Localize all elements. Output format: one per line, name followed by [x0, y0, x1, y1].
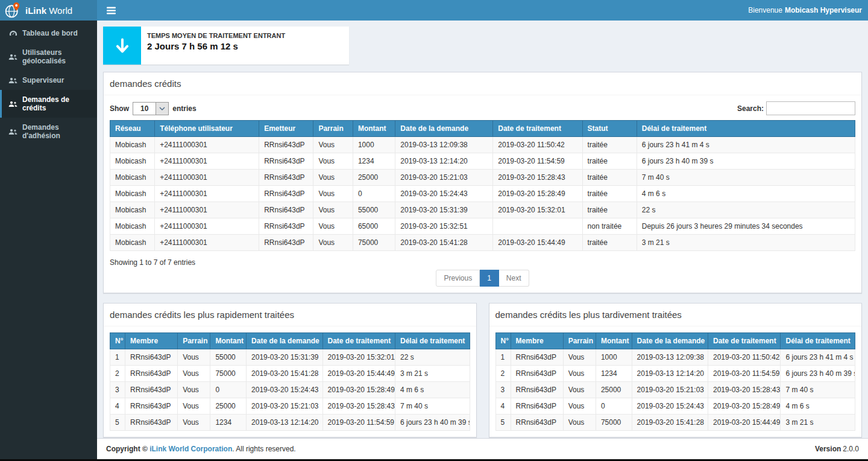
footer-company-link[interactable]: iLink World Corporation — [149, 445, 232, 453]
table-cell: Vous — [178, 415, 210, 431]
users-icon — [8, 77, 17, 84]
stat-box-temps-moyen: TEMPS MOYEN DE TRAITEMENT ENTRANT 2 Jour… — [103, 27, 349, 65]
column-header[interactable]: Délai de traitement — [395, 333, 470, 349]
table-cell: 2019-03-20 15:44:49 — [493, 235, 582, 251]
table-cell: 6 jours 23 h 40 m 39 s — [637, 153, 855, 170]
table-cell: Vous — [178, 349, 210, 366]
search-input[interactable] — [766, 101, 855, 115]
table-cell: 2019-03-20 15:32:51 — [395, 218, 493, 235]
stat-value: 2 Jours 7 h 56 m 12 s — [147, 41, 285, 51]
table-cell: Vous — [313, 202, 353, 218]
table-cell: 2019-03-20 15:28:43 — [708, 382, 781, 398]
column-header[interactable]: Membre — [125, 333, 178, 349]
table-cell: Vous — [313, 218, 353, 235]
table-cell: 1000 — [596, 349, 632, 366]
sidebar-item-demandes-d-adhesion[interactable]: Demandes d'adhésion — [0, 118, 97, 145]
sidebar-item-label: Utilisateurs géolocalisés — [22, 48, 94, 65]
table-cell: +24111000301 — [155, 202, 259, 218]
pagination-previous-button[interactable]: Previous — [436, 270, 480, 287]
table-cell: 1000 — [353, 137, 395, 153]
table-cell: Vous — [563, 415, 596, 431]
column-header[interactable]: Statut — [582, 121, 637, 137]
column-header[interactable]: N° — [110, 333, 125, 349]
table-cell: +24111000301 — [155, 186, 259, 202]
column-header[interactable]: Montant — [353, 121, 395, 137]
column-header[interactable]: Date de traitement — [322, 333, 395, 349]
column-header[interactable]: Membre — [511, 333, 563, 349]
table-cell: 22 s — [637, 202, 855, 218]
table-cell: Mobicash — [110, 153, 155, 170]
table-cell: traitée — [582, 186, 637, 202]
sidebar-toggle-button[interactable] — [103, 4, 119, 17]
table-cell: Vous — [563, 366, 596, 382]
column-header[interactable]: Montant — [596, 333, 632, 349]
page-length-control: Show 10 entries — [110, 102, 197, 115]
table-cell: RRnsi643dP — [125, 366, 178, 382]
table-row: 4RRnsi643dPVous02019-03-20 15:24:432019-… — [495, 398, 855, 415]
table-cell: Vous — [313, 137, 353, 153]
column-header[interactable]: Date de traitement — [708, 333, 781, 349]
arrow-down-icon — [103, 27, 141, 65]
column-header[interactable]: Parrain — [313, 121, 353, 137]
table-row: 5RRnsi643dPVous750002019-03-20 15:41:282… — [495, 415, 855, 431]
table-row: 3RRnsi643dPVous02019-03-20 15:24:432019-… — [110, 382, 470, 398]
sidebar-item-demandes-de-credits[interactable]: Demandes de crédits — [0, 90, 97, 118]
column-header[interactable]: Date de la demande — [395, 121, 493, 137]
top-bar: iLink World BienvenueMobicash Hyperviseu… — [0, 0, 868, 21]
column-header[interactable]: Date de traitement — [493, 121, 582, 137]
sidebar-item-superviseur[interactable]: Superviseur — [0, 71, 97, 90]
column-header[interactable]: Téléphone utilisateur — [155, 121, 259, 137]
table-cell: RRnsi643dP — [259, 153, 313, 170]
column-header[interactable]: Date de la demande — [247, 333, 322, 349]
table-cell: 5 — [110, 415, 125, 431]
table-cell: 2019-03-20 15:28:49 — [493, 186, 582, 202]
sidebar-item-tableau-de-bord[interactable]: Tableau de bord — [0, 24, 97, 43]
table-cell: 2019-03-20 11:54:59 — [708, 366, 781, 382]
tardivement-traitees-table: N°MembreParrainMontantDate de la demande… — [495, 332, 856, 431]
table-cell: RRnsi643dP — [511, 349, 563, 366]
table-cell: RRnsi643dP — [259, 235, 313, 251]
table-cell: 1234 — [353, 153, 395, 170]
column-header[interactable]: Réseau — [110, 121, 155, 137]
welcome-message[interactable]: BienvenueMobicash Hyperviseur — [748, 6, 862, 14]
table-cell: RRnsi643dP — [125, 415, 178, 431]
table-cell: 2019-03-13 12:09:38 — [395, 137, 493, 153]
table-cell: 2019-03-20 15:28:49 — [708, 398, 781, 415]
copyright: Copyright © iLink World Corporation. All… — [106, 445, 296, 453]
pagination-next-button[interactable]: Next — [499, 270, 529, 287]
table-cell: 0 — [210, 382, 247, 398]
column-header[interactable]: Date de la demande — [632, 333, 708, 349]
column-header[interactable]: Emetteur — [259, 121, 313, 137]
table-cell: 1 — [110, 349, 125, 366]
table-cell: 6 jours 23 h 40 m 39 s — [395, 415, 470, 431]
table-cell: non traitée — [582, 218, 637, 235]
column-header[interactable]: N° — [495, 333, 511, 349]
sidebar-item-utilisateurs-geolocalises[interactable]: Utilisateurs géolocalisés — [0, 43, 97, 71]
table-cell: 2019-03-20 15:28:49 — [322, 382, 395, 398]
table-cell: 2019-03-13 12:09:38 — [632, 349, 708, 366]
chevron-down-icon — [156, 103, 168, 115]
pagination-page-1-button[interactable]: 1 — [480, 270, 499, 287]
page-length-select[interactable]: 10 — [133, 102, 169, 115]
table-row: 4RRnsi643dPVous250002019-03-20 15:21:032… — [110, 398, 470, 415]
table-cell: 3 — [495, 382, 511, 398]
table-cell: 2 — [110, 366, 125, 382]
table-cell: 4 — [495, 398, 511, 415]
column-header[interactable]: Délai de traitement — [637, 121, 855, 137]
table-cell: 2019-03-20 15:28:43 — [322, 398, 395, 415]
table-cell: 2019-03-20 15:21:03 — [632, 382, 708, 398]
table-cell: 25000 — [210, 398, 247, 415]
column-header[interactable]: Parrain — [563, 333, 596, 349]
search-label: Search: — [737, 104, 764, 113]
table-row: 5RRnsi643dPVous12342019-03-13 12:14:2020… — [110, 415, 470, 431]
panel-title: demandes crédits — [104, 72, 861, 95]
app-logo[interactable]: iLink World — [0, 0, 97, 21]
column-header[interactable]: Parrain — [178, 333, 210, 349]
column-header[interactable]: Délai de traitement — [781, 333, 855, 349]
search-control: Search: — [737, 101, 855, 115]
table-cell: 7 m 40 s — [395, 398, 470, 415]
table-cell: 6 jours 23 h 41 m 4 s — [781, 349, 855, 366]
table-cell: RRnsi643dP — [511, 382, 563, 398]
table-header-row: RéseauTéléphone utilisateurEmetteurParra… — [110, 121, 855, 137]
column-header[interactable]: Montant — [210, 333, 247, 349]
